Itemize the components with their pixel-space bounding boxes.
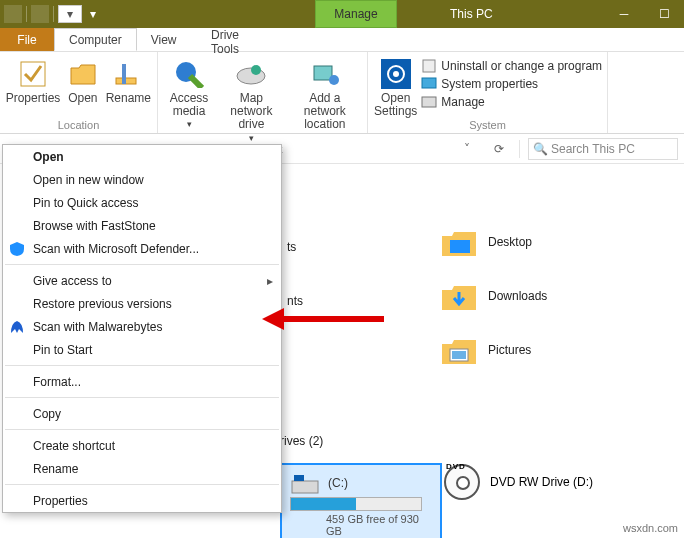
search-placeholder: Search This PC: [551, 142, 635, 156]
app-icon[interactable]: [4, 5, 22, 23]
quick-access-toolbar: ▾ ▾: [4, 5, 100, 23]
add-location-label: Add a network location: [289, 92, 361, 132]
menu-create-shortcut[interactable]: Create shortcut: [3, 434, 281, 457]
folder-item-3d-partial[interactable]: ts: [287, 240, 296, 254]
open-button[interactable]: Open: [64, 56, 102, 105]
drive-c[interactable]: (C:) 459 GB free of 930 GB: [280, 463, 442, 538]
ribbon-tabs: File Computer View Drive Tools: [0, 28, 684, 52]
annotation-arrow: [262, 308, 384, 330]
minimize-button[interactable]: ─: [604, 0, 644, 28]
svg-rect-16: [452, 351, 466, 359]
access-media-label: Access media: [164, 92, 214, 118]
refresh-icon[interactable]: ⟳: [487, 137, 511, 161]
folder-downloads-label: Downloads: [488, 289, 547, 303]
qat-document-icon[interactable]: ▾: [58, 5, 82, 23]
menu-scan-malwarebytes[interactable]: Scan with Malwarebytes: [3, 315, 281, 338]
svg-rect-17: [292, 481, 318, 493]
search-input[interactable]: 🔍 Search This PC: [528, 138, 678, 160]
downloads-icon: [440, 280, 478, 312]
section-devices-drives[interactable]: rives (2): [280, 434, 323, 448]
settings-icon: [380, 58, 412, 90]
title-bar: ▾ ▾ Manage This PC ─ ☐: [0, 0, 684, 28]
pictures-icon: [440, 334, 478, 366]
manage-icon: [421, 94, 437, 110]
open-settings-label: Open Settings: [374, 92, 417, 118]
access-media-button[interactable]: Access media▾: [164, 56, 214, 143]
system-props-icon: [421, 76, 437, 92]
drive-c-letter: (C:): [328, 476, 348, 490]
open-settings-button[interactable]: Open Settings: [374, 56, 417, 118]
svg-point-5: [251, 65, 261, 75]
folder-desktop[interactable]: Desktop: [440, 226, 532, 258]
chevron-down-icon[interactable]: ˅: [455, 137, 479, 161]
properties-label: Properties: [6, 92, 61, 105]
folder-desktop-label: Desktop: [488, 235, 532, 249]
menu-rename[interactable]: Rename: [3, 457, 281, 480]
add-location-button[interactable]: Add a network location: [289, 56, 361, 143]
uninstall-button[interactable]: Uninstall or change a program: [421, 58, 602, 74]
malwarebytes-icon: [9, 319, 25, 335]
menu-browse-faststone[interactable]: Browse with FastStone: [3, 214, 281, 237]
tab-view[interactable]: View: [137, 28, 192, 51]
defender-icon: [9, 241, 25, 257]
group-label-location: Location: [6, 119, 151, 133]
menu-scan-defender[interactable]: Scan with Microsoft Defender...: [3, 237, 281, 260]
menu-pin-quick-access[interactable]: Pin to Quick access: [3, 191, 281, 214]
ribbon-group-location: Properties Open Rename Location: [0, 52, 158, 133]
rename-label: Rename: [106, 92, 151, 105]
menu-format[interactable]: Format...: [3, 370, 281, 393]
menu-give-access[interactable]: Give access to ▸: [3, 269, 281, 292]
system-properties-button[interactable]: System properties: [421, 76, 602, 92]
uninstall-label: Uninstall or change a program: [441, 59, 602, 73]
menu-properties[interactable]: Properties: [3, 489, 281, 512]
system-props-label: System properties: [441, 77, 538, 91]
menu-restore-versions[interactable]: Restore previous versions: [3, 292, 281, 315]
menu-copy[interactable]: Copy: [3, 402, 281, 425]
drive-free-space: 459 GB free of 930 GB: [326, 513, 432, 537]
menu-separator: [5, 264, 279, 265]
manage-button[interactable]: Manage: [421, 94, 602, 110]
manage-label: Manage: [441, 95, 484, 109]
uninstall-icon: [421, 58, 437, 74]
svg-rect-12: [422, 78, 436, 88]
menu-pin-start[interactable]: Pin to Start: [3, 338, 281, 361]
dvd-badge: DVD: [446, 462, 466, 471]
watermark: wsxdn.com: [623, 522, 678, 534]
menu-separator: [5, 397, 279, 398]
menu-open[interactable]: Open: [3, 145, 281, 168]
tab-file[interactable]: File: [0, 28, 54, 51]
context-menu: Open Open in new window Pin to Quick acc…: [2, 144, 282, 513]
open-label: Open: [68, 92, 97, 105]
qat-button-1[interactable]: [31, 5, 49, 23]
add-location-icon: [309, 58, 341, 90]
ribbon-group-network: Access media▾ Map network drive▾ Add a n…: [158, 52, 368, 133]
properties-button[interactable]: Properties: [6, 56, 60, 105]
menu-open-new-window[interactable]: Open in new window: [3, 168, 281, 191]
menu-separator: [5, 429, 279, 430]
svg-point-7: [329, 75, 339, 85]
rename-button[interactable]: Rename: [106, 56, 151, 105]
tab-drive-tools[interactable]: Drive Tools: [197, 28, 275, 56]
group-label-system: System: [374, 119, 601, 133]
map-drive-button[interactable]: Map network drive▾: [218, 56, 285, 143]
desktop-icon: [440, 226, 478, 258]
drive-dvd-label: DVD RW Drive (D:): [490, 475, 593, 489]
qat-dropdown[interactable]: ▾: [86, 5, 100, 23]
svg-rect-13: [422, 97, 436, 107]
map-drive-icon: [235, 58, 267, 90]
tab-computer[interactable]: Computer: [54, 28, 137, 51]
svg-rect-6: [314, 66, 332, 80]
media-icon: [173, 58, 205, 90]
svg-rect-14: [450, 240, 470, 253]
folder-pictures[interactable]: Pictures: [440, 334, 531, 366]
svg-rect-0: [21, 62, 45, 86]
drive-dvd[interactable]: DVD DVD RW Drive (D:): [444, 464, 593, 500]
folder-downloads[interactable]: Downloads: [440, 280, 547, 312]
maximize-button[interactable]: ☐: [644, 0, 684, 28]
map-drive-label: Map network drive: [218, 92, 285, 132]
submenu-arrow-icon: ▸: [267, 274, 273, 288]
window-title: This PC: [450, 7, 493, 21]
contextual-tab-manage[interactable]: Manage: [315, 0, 397, 28]
open-folder-icon: [67, 58, 99, 90]
folder-item-documents-partial[interactable]: nts: [287, 294, 303, 308]
